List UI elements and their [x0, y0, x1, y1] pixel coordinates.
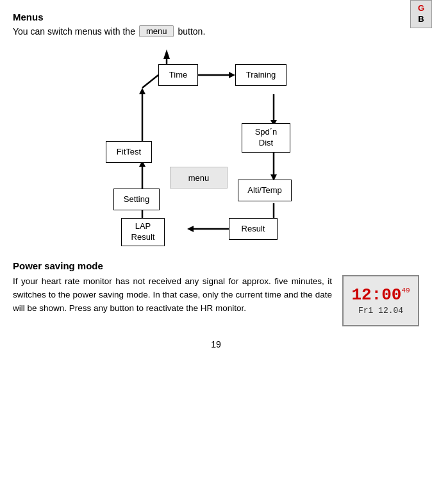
fittest-box: FitTest: [106, 141, 152, 163]
power-saving-title: Power saving mode: [13, 260, 419, 271]
result-box: Result: [229, 218, 278, 240]
gb-b-letter: B: [418, 14, 424, 24]
menu-center-box: menu: [170, 167, 228, 189]
power-saving-text: If your heart rate monitor has not recei…: [13, 275, 332, 315]
intro-text2: button.: [178, 26, 205, 37]
svg-marker-17: [163, 49, 170, 59]
gb-tab: G B: [410, 0, 432, 28]
svg-marker-1: [229, 72, 235, 78]
menu-cycle-diagram: Time Training Spd´n Dist Alti/Temp Resul…: [94, 46, 338, 251]
time-box: Time: [158, 64, 198, 86]
training-box: Training: [235, 64, 287, 86]
display-date: Fri 12.04: [358, 306, 403, 315]
svg-marker-9: [187, 226, 194, 232]
page-number: 19: [13, 339, 419, 349]
svg-line-16: [142, 75, 158, 88]
setting-box: Setting: [113, 189, 160, 210]
gb-g-letter: G: [418, 3, 424, 13]
menu-button-example: menu: [139, 25, 174, 37]
lap-result-box: LAP Result: [121, 218, 165, 246]
intro-line: You can switch menus with the menu butto…: [13, 25, 419, 37]
menus-title: Menus: [13, 12, 419, 22]
power-saving-display: 12:00 49 Fri 12.04: [342, 275, 419, 326]
spdn-dist-box: Spd´n Dist: [242, 123, 290, 153]
power-saving-section: Power saving mode If your heart rate mon…: [13, 260, 419, 326]
intro-text: You can switch menus with the: [13, 26, 135, 37]
display-time-main: 12:00: [351, 287, 401, 303]
alti-temp-box: Alti/Temp: [238, 180, 292, 201]
power-saving-content: If your heart rate monitor has not recei…: [13, 275, 419, 326]
display-time-sub: 49: [401, 287, 410, 294]
svg-marker-15: [139, 88, 145, 94]
